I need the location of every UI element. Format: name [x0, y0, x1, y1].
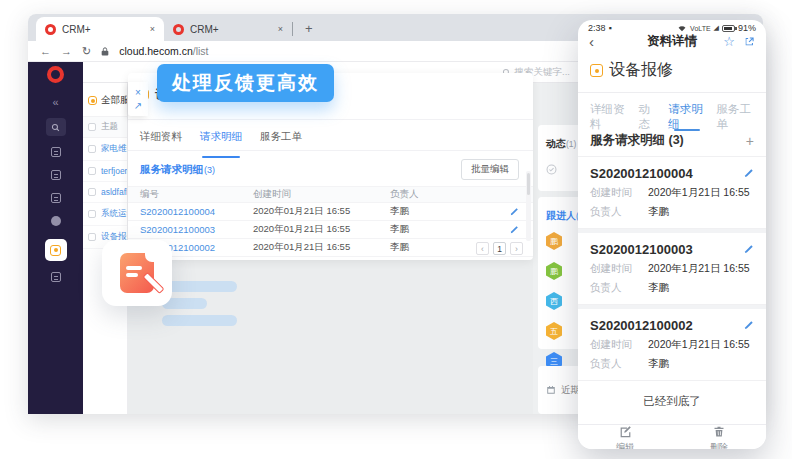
add-icon[interactable]: +: [746, 133, 754, 149]
url-field[interactable]: cloud.hecom.cn/list: [119, 45, 208, 57]
crm-favicon: [173, 24, 184, 35]
list-item[interactable]: asldfafh: [83, 182, 127, 203]
tab-detail-info[interactable]: 详细资料: [140, 130, 182, 150]
signal-icon: ◢: [714, 24, 719, 32]
sidebar-item-doc[interactable]: [51, 191, 61, 205]
row-checkbox[interactable]: [88, 210, 96, 218]
trash-icon: [713, 425, 725, 438]
page-skeleton-area: [128, 260, 533, 414]
sidebar-item-calendar[interactable]: [51, 168, 61, 182]
tab-detail-info[interactable]: 详细资料: [590, 102, 627, 124]
phone-action-bar: 编辑 删除: [578, 424, 766, 449]
drawer-expand-icon[interactable]: ↗: [134, 101, 142, 111]
edit-pencil-icon[interactable]: [743, 320, 754, 331]
edit-pencil-icon[interactable]: [509, 207, 519, 217]
search-icon: [51, 123, 60, 132]
table-row: S2020012100004 2020年01月21日 16:55 李鹏: [128, 203, 533, 221]
tab-service-order[interactable]: 服务工单: [717, 102, 754, 124]
tab-label: CRM+: [190, 24, 219, 35]
tab-activity[interactable]: 动态: [638, 102, 657, 124]
drawer-section-header: 服务请求明细 (3) 批量编辑: [128, 151, 533, 186]
tab-close-icon[interactable]: ×: [150, 24, 155, 34]
status-time: 2:38: [588, 23, 606, 33]
back-icon[interactable]: ←: [40, 45, 51, 57]
tab-close-icon[interactable]: ×: [278, 24, 283, 34]
crm-favicon: [45, 24, 56, 35]
edit-pencil-icon[interactable]: [509, 225, 519, 235]
battery-icon: [722, 25, 735, 32]
edit-button[interactable]: 编辑: [578, 425, 672, 449]
battery-percent: 91%: [738, 23, 756, 33]
service-scan-icon: [50, 245, 61, 256]
avatar[interactable]: 鹏: [546, 262, 562, 280]
list-item[interactable]: 家电维修: [83, 138, 127, 161]
edit-document-badge: [102, 240, 172, 306]
list-item[interactable]: 系统运维例: [83, 203, 127, 226]
phone-nav-bar: ‹ 资料详情 ☆: [578, 33, 766, 50]
calendar-icon: [51, 170, 61, 180]
sidebar-search-button[interactable]: [46, 118, 66, 136]
refresh-icon[interactable]: ↻: [82, 45, 91, 58]
back-chevron-icon[interactable]: ‹: [589, 33, 594, 50]
select-all-checkbox[interactable]: [88, 123, 96, 131]
promo-banner: 处理反馈更高效: [157, 64, 334, 102]
delete-button[interactable]: 删除: [672, 425, 766, 449]
request-card[interactable]: S2020012100002 创建时间2020年1月21日 16:55 负责人李…: [578, 305, 766, 381]
phone-record-header: 设备报修: [578, 50, 766, 93]
tab-request-detail[interactable]: 请求明细: [668, 102, 705, 124]
request-card[interactable]: S2020012100004 创建时间2020年1月21日 16:55 负责人李…: [578, 157, 766, 229]
list-item[interactable]: terfjoerur: [83, 161, 127, 182]
volte-badge: VoLTE: [690, 25, 711, 32]
service-scan-icon: [88, 96, 97, 105]
sidebar-item-apps[interactable]: [51, 270, 61, 284]
favorite-star-icon[interactable]: ☆: [723, 34, 735, 49]
edit-note-icon: [619, 425, 632, 438]
forward-icon[interactable]: →: [61, 45, 72, 57]
chat-icon: [51, 216, 61, 226]
sidebar-item-service-active[interactable]: [45, 239, 67, 261]
browser-tab-2[interactable]: CRM+ ×: [164, 17, 292, 41]
sidebar-item-org[interactable]: [51, 145, 61, 159]
row-checkbox[interactable]: [88, 233, 96, 241]
document-pencil-icon: [120, 253, 154, 293]
pagination: ‹ 1 ›: [476, 242, 523, 255]
drawer-tab-bar: 详细资料 请求明细 服务工单: [128, 120, 533, 151]
phone-status-bar: 2:38 ▪ VoLTE ◢ 91%: [578, 20, 766, 33]
avatar[interactable]: 五: [546, 322, 562, 340]
service-scan-icon: [590, 64, 603, 77]
wifi-icon: [677, 24, 687, 32]
skeleton-bar: [162, 315, 237, 326]
table-scrollbar[interactable]: [526, 171, 531, 241]
end-of-list-text: 已经到底了: [578, 381, 766, 424]
page-number[interactable]: 1: [493, 242, 506, 255]
calendar-icon: [546, 385, 556, 395]
avatar[interactable]: 鹏: [546, 232, 562, 250]
edit-pencil-icon[interactable]: [743, 244, 754, 255]
table-row: S2020012100003 2020年01月21日 16:55 李鹏: [128, 221, 533, 239]
row-checkbox[interactable]: [88, 167, 96, 175]
page-next-button[interactable]: ›: [510, 242, 523, 255]
sidebar-item-chat[interactable]: [51, 214, 61, 228]
grid-icon: [51, 272, 61, 282]
record-link[interactable]: S2020012100003: [140, 224, 253, 235]
drawer-close-icon[interactable]: ×: [135, 88, 141, 98]
avatar[interactable]: 西: [546, 292, 562, 310]
batch-edit-button[interactable]: 批量编辑: [461, 159, 519, 180]
phone-panel: 2:38 ▪ VoLTE ◢ 91% ‹ 资料详情 ☆ 设备报修 详细资料 动态…: [578, 20, 766, 449]
page-prev-button[interactable]: ‹: [476, 242, 489, 255]
tab-service-order[interactable]: 服务工单: [260, 130, 302, 150]
check-circle-icon: [546, 164, 557, 175]
edit-pencil-icon[interactable]: [743, 168, 754, 179]
new-tab-button[interactable]: +: [305, 21, 313, 36]
request-card[interactable]: S2020012100003 创建时间2020年1月21日 16:55 负责人李…: [578, 229, 766, 305]
drawer-controls: × ↗: [128, 82, 148, 116]
share-icon[interactable]: [744, 36, 755, 47]
browser-tab-1[interactable]: CRM+ ×: [36, 17, 164, 41]
record-link[interactable]: S2020012100004: [140, 206, 253, 217]
row-checkbox[interactable]: [88, 188, 96, 196]
screenshot-icon: ▪: [609, 23, 612, 33]
row-checkbox[interactable]: [88, 145, 96, 153]
tab-request-detail[interactable]: 请求明细: [200, 130, 242, 150]
collapse-icon[interactable]: «: [52, 95, 58, 109]
lock-icon: [101, 46, 109, 57]
